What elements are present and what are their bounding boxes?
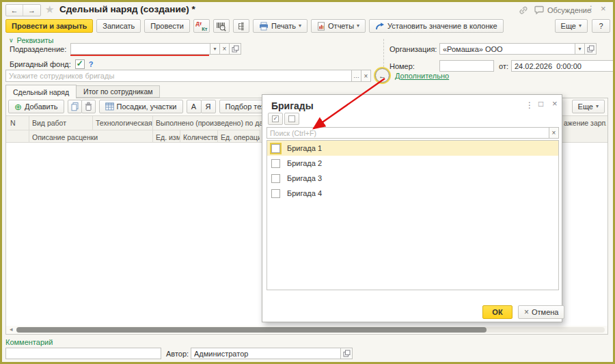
- check-icon: ✓: [77, 59, 83, 68]
- organization-open-button[interactable]: [584, 43, 597, 55]
- col-unit[interactable]: Ед. изм.: [153, 130, 180, 143]
- dialog-title: Бригады: [271, 100, 314, 111]
- scroll-left-icon[interactable]: ◂: [10, 326, 13, 333]
- dialog-search-field: ×: [266, 127, 559, 139]
- item-checkbox[interactable]: [271, 159, 280, 168]
- date-input[interactable]: [511, 60, 615, 72]
- list-item-brigade-1[interactable]: Бригада 1: [267, 141, 558, 156]
- department-clear-button[interactable]: ×: [219, 43, 230, 55]
- close-icon: ×: [552, 129, 556, 137]
- field-help-icon[interactable]: ?: [89, 60, 94, 68]
- ellipsis-icon: …: [353, 72, 359, 79]
- item-checkbox[interactable]: [271, 144, 280, 153]
- set-column-value-button[interactable]: Установить значение в колонке: [369, 19, 504, 33]
- item-label: Бригада 3: [287, 174, 322, 182]
- trash-icon: [84, 102, 93, 111]
- window-close-icon[interactable]: ×: [601, 3, 606, 14]
- col-rate-desc[interactable]: Описание расценки: [29, 130, 153, 143]
- department-field: ▾ ×: [70, 43, 241, 55]
- post-and-close-button[interactable]: Провести и закрыть: [5, 19, 93, 33]
- number-label: Номер:: [390, 62, 415, 70]
- check-all-button[interactable]: ✓: [268, 113, 283, 125]
- list-item-brigade-4[interactable]: Бригада 4: [267, 186, 558, 201]
- back-icon: ←: [11, 6, 18, 14]
- back-button[interactable]: ←: [6, 5, 23, 16]
- page-title: Сдельный наряд (создание) *: [59, 4, 195, 14]
- department-input[interactable]: [70, 43, 210, 55]
- comment-input[interactable]: [5, 348, 161, 359]
- row-actions-group: [68, 100, 96, 113]
- col-salary-partial[interactable]: ажение зарплаты: [561, 116, 606, 130]
- barcode-search-button[interactable]: [213, 19, 230, 33]
- employees-clear-button[interactable]: ×: [361, 70, 371, 82]
- print-button[interactable]: Печать▾: [253, 19, 308, 33]
- employees-select-button[interactable]: …: [351, 70, 361, 82]
- list-item-brigade-3[interactable]: Бригада 3: [267, 171, 558, 186]
- unchecked-box-icon: [288, 115, 295, 122]
- number-input[interactable]: [439, 60, 494, 72]
- table-more-button[interactable]: Еще▾: [572, 100, 605, 113]
- col-tech-op[interactable]: Технологическая опер...: [93, 116, 153, 130]
- department-dropdown-button[interactable]: ▾: [210, 43, 220, 55]
- sort-asc-button[interactable]: А: [187, 100, 202, 113]
- ok-button[interactable]: ОК: [482, 305, 512, 319]
- tab-piecework[interactable]: Сдельный наряд: [5, 85, 77, 98]
- additional-link[interactable]: Дополнительно: [395, 72, 449, 80]
- discussion-button[interactable]: Обсуждение: [534, 5, 591, 14]
- brigade-fund-row: Бригадный фонд: ✓ ?: [10, 59, 93, 69]
- search-input[interactable]: [266, 127, 549, 139]
- delete-row-button[interactable]: [81, 100, 96, 113]
- hierarchy-icon: [236, 21, 246, 31]
- uncheck-all-button[interactable]: [284, 113, 299, 125]
- close-icon: ×: [524, 308, 529, 316]
- col-work-type[interactable]: Вид работ: [29, 116, 93, 130]
- post-button[interactable]: Провести: [144, 19, 190, 33]
- forward-button[interactable]: →: [23, 5, 40, 16]
- dtkt-button[interactable]: Дт Кт: [193, 19, 210, 33]
- brigade-fund-checkbox[interactable]: ✓: [75, 59, 85, 69]
- organization-dropdown-button[interactable]: ▾: [575, 43, 585, 55]
- search-clear-button[interactable]: ×: [549, 127, 559, 139]
- dialog-close-icon[interactable]: ×: [552, 98, 558, 109]
- scroll-thumb[interactable]: [16, 327, 487, 333]
- author-open-button[interactable]: [340, 348, 353, 359]
- fill-from-brigade-button[interactable]: ←: [375, 68, 390, 83]
- dialog-menu-icon[interactable]: ⋮: [525, 100, 534, 110]
- help-button[interactable]: ?: [592, 19, 610, 33]
- tab-totals[interactable]: Итог по сотрудникам: [77, 85, 160, 98]
- cancel-button[interactable]: ×Отмена: [518, 305, 564, 319]
- dialog-buttons: ОК ×Отмена: [482, 305, 564, 319]
- sort-desc-button[interactable]: Я: [201, 100, 216, 113]
- write-button[interactable]: Записать: [96, 19, 141, 33]
- reports-button[interactable]: Отчеты▾: [311, 19, 366, 33]
- organization-input[interactable]: [439, 43, 575, 55]
- h-scrollbar: ◂: [6, 326, 607, 334]
- col-n[interactable]: N: [8, 116, 29, 130]
- speech-bubble-icon: [534, 5, 544, 14]
- landings-button[interactable]: Посадки, участки: [99, 100, 183, 113]
- add-row-button[interactable]: ⊕ Добавить: [8, 100, 64, 113]
- more-button[interactable]: Еще▾: [555, 19, 588, 33]
- col-qty[interactable]: Количество: [180, 130, 218, 143]
- favorite-star-icon[interactable]: ★: [45, 3, 54, 16]
- barcode-magnifier-icon: [216, 21, 226, 31]
- item-label: Бригада 4: [287, 189, 322, 197]
- dialog-maximize-icon[interactable]: □: [538, 99, 543, 109]
- department-open-button[interactable]: [229, 43, 241, 55]
- brigades-list: Бригада 1 Бригада 2 Бригада 3 Бригада 4: [266, 140, 559, 290]
- titlebar-menu-icon[interactable]: ⋮: [587, 4, 595, 14]
- list-item-brigade-2[interactable]: Бригада 2: [267, 156, 558, 171]
- item-checkbox[interactable]: [271, 189, 280, 198]
- col-blank: [8, 130, 29, 143]
- structure-button[interactable]: [233, 19, 249, 33]
- author-input[interactable]: [191, 348, 341, 359]
- col-op-unit[interactable]: Ед. операции: [218, 130, 260, 143]
- employees-input[interactable]: [5, 70, 352, 82]
- copy-row-button[interactable]: [68, 100, 82, 113]
- requisites-group-header[interactable]: ∨ Реквизиты: [9, 36, 54, 44]
- organization-label: Организация:: [390, 45, 437, 53]
- app-window: ← → ★ Сдельный наряд (создание) * Обсужд…: [0, 0, 615, 364]
- link-icon[interactable]: [519, 5, 528, 15]
- sort-group: А Я: [187, 100, 216, 113]
- item-checkbox[interactable]: [271, 174, 280, 183]
